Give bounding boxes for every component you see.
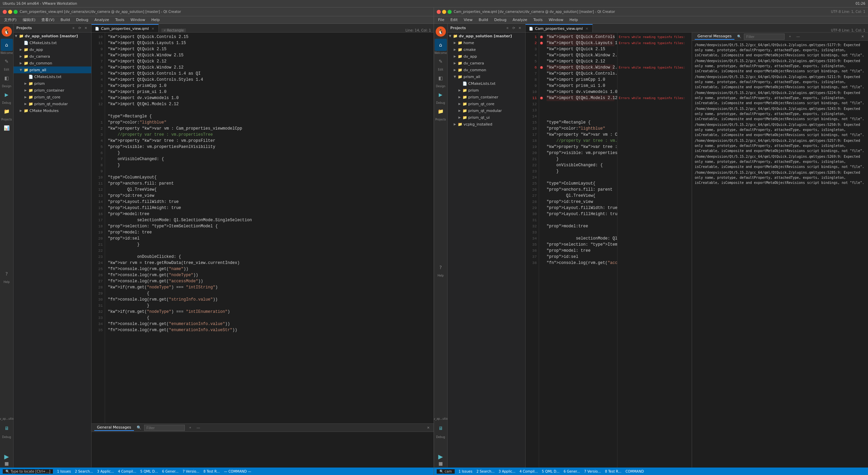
right-status-qmld[interactable]: 5 QML D... xyxy=(542,470,559,473)
status-search-input-left[interactable]: 🔍 Type to locate [Ctrl+…] xyxy=(3,469,53,474)
min-btn-right[interactable] xyxy=(442,10,446,14)
sync-btn-left[interactable]: ⟳ xyxy=(77,25,82,31)
filter-btn-right[interactable]: ≡ xyxy=(505,25,510,31)
close-panel-btn-left[interactable]: ✕ xyxy=(83,25,88,31)
menu-build-right[interactable]: Build xyxy=(476,17,491,23)
right-sidebar-icon-help[interactable]: ? xyxy=(435,261,447,273)
menu-view-left[interactable]: 查看(V) xyxy=(39,17,57,23)
right-tree-cmake[interactable]: ▶ 📁 cmake xyxy=(448,46,525,53)
close-btn[interactable] xyxy=(3,10,7,14)
run-icon-left[interactable]: ▶ xyxy=(4,453,9,460)
right-ubuntu-icon[interactable]: 🐧 xyxy=(436,26,446,37)
tree-item-cmakelists2[interactable]: 📄 CMakeLists.txt xyxy=(14,73,91,80)
stop-icon-left[interactable]: ■ xyxy=(4,461,9,466)
tree-item-prism-qt-core[interactable]: ▶ 📁 prism_qt_core xyxy=(14,94,91,100)
left-code-content[interactable]: "kw">import QtQuick.Controls 2.15"kw">im… xyxy=(105,33,434,423)
menu-view-right[interactable]: View xyxy=(461,17,475,23)
max-btn-right[interactable] xyxy=(448,10,452,14)
tree-item-prism-qt-modular[interactable]: ▶ 📁 prism_qt_modular xyxy=(14,100,91,107)
tree-item-dvcamera[interactable]: ▶ 📁 dv_camera xyxy=(14,53,91,60)
status-applic-left[interactable]: 3 Applic... xyxy=(97,470,114,473)
menu-debug-left[interactable]: Debug xyxy=(73,17,91,23)
status-search-input-right[interactable]: 🔍 cam xyxy=(437,469,455,474)
menu-help-left[interactable]: Help xyxy=(149,17,162,23)
right-status-search[interactable]: 2 Search... xyxy=(476,470,494,473)
right-tree-prismqtmodular[interactable]: ▶ 📁 prism_qt_modular xyxy=(448,107,525,114)
right-tree-prism[interactable]: ▶ 📁 prism xyxy=(448,87,525,94)
right-tree-vcpkg[interactable]: ▶ 📁 vcpkg_installed xyxy=(448,121,525,128)
close-msg-btn[interactable]: ✕ xyxy=(860,34,865,39)
sidebar-icon-edit[interactable]: ✎ xyxy=(1,55,13,68)
right-status-compil[interactable]: 4 Compil... xyxy=(519,470,538,473)
remove-bottom-btn-left[interactable]: — xyxy=(196,425,201,431)
sidebar-icon-help[interactable]: ? xyxy=(1,268,13,280)
left-window-controls[interactable] xyxy=(3,10,18,14)
sync-btn-right[interactable]: ⟳ xyxy=(511,25,516,31)
right-sidebar-icon-edit[interactable]: ✎ xyxy=(435,55,447,68)
right-tree-cmakelists[interactable]: 📄 CMakeLists.txt xyxy=(448,80,525,87)
right-tree-root[interactable]: ▼ 📁 dv_app_solution [master] xyxy=(448,33,525,39)
status-search-left[interactable]: 2 Search... xyxy=(75,470,93,473)
filter-input-left[interactable] xyxy=(144,425,185,431)
close-panel-btn-right[interactable]: ✕ xyxy=(517,25,522,31)
status-compil-left[interactable]: 4 Compil... xyxy=(118,470,136,473)
bottom-tab-general-left[interactable]: General Messages xyxy=(94,424,134,431)
remove-msg-btn[interactable]: — xyxy=(795,34,801,39)
tab-cam-properties-left[interactable]: 📄 Cam_properties_view.qml ✕ xyxy=(92,24,159,32)
min-btn[interactable] xyxy=(8,10,12,14)
sidebar-icon-welcome[interactable]: ⌂ xyxy=(1,39,13,51)
right-tree-dvcommon[interactable]: ▶ 📁 dv_common xyxy=(448,66,525,73)
tab-cam-properties-right[interactable]: 📄 Cam_properties_view.qml ✕ xyxy=(526,24,593,32)
right-status-testr[interactable]: 8 Test R... xyxy=(605,470,622,473)
menu-window-left[interactable]: Window xyxy=(128,17,148,23)
right-tree-prismqtcore[interactable]: ▶ 📁 prism_qt_core xyxy=(448,100,525,107)
right-sidebar-icon-debug[interactable]: ▶ xyxy=(435,89,447,101)
right-taskbar-debug-icon[interactable]: 🖥 xyxy=(435,422,447,434)
right-window-controls[interactable] xyxy=(437,10,452,14)
filter-btn-left[interactable]: ≡ xyxy=(71,25,76,31)
taskbar-debug-icon[interactable]: 🖥 xyxy=(1,422,13,434)
tree-item-prismall[interactable]: ▼ 📁 prism_all xyxy=(14,66,91,73)
menu-analyze-right[interactable]: Analyze xyxy=(510,17,530,23)
close-bottom-btn-left[interactable]: ✕ xyxy=(426,425,431,431)
status-issues-left[interactable]: 1 Issues xyxy=(57,470,71,473)
right-sidebar-icon-design[interactable]: ◧ xyxy=(435,72,447,84)
left-code-editor[interactable]: 1011987654321121234567891011121314151617… xyxy=(92,33,434,423)
tree-item-prism[interactable]: ▶ 📁 prism xyxy=(14,80,91,87)
menu-edit-right[interactable]: Edit xyxy=(448,17,460,23)
right-tree-prismqtui[interactable]: ▶ 📁 prism_qt_ui xyxy=(448,114,525,121)
menu-analyze-left[interactable]: Analyze xyxy=(92,17,112,23)
right-sidebar-icon-projects[interactable]: 📁 xyxy=(435,105,447,117)
status-testr-left[interactable]: 8 Test R... xyxy=(203,470,220,473)
status-versio-left[interactable]: 7 Versio... xyxy=(183,470,199,473)
tree-root-left[interactable]: ▼ 📁 dv_app_solution [master] xyxy=(14,33,91,39)
ubuntu-icon[interactable]: 🐧 xyxy=(2,26,12,37)
menu-tools-left[interactable]: Tools xyxy=(113,17,127,23)
sidebar-icon-projects[interactable]: 📁 xyxy=(1,105,13,117)
right-tree-prismcontainer[interactable]: ▶ 📁 prism_container xyxy=(448,94,525,100)
tree-item-dvcommon[interactable]: ▶ 📁 dv_common xyxy=(14,60,91,66)
tree-item-cmakelists-top[interactable]: 📄 CMakeLists.txt xyxy=(14,39,91,46)
bottom-tab-general-right[interactable]: General Messages xyxy=(695,33,734,40)
menu-tools-right[interactable]: Tools xyxy=(531,17,545,23)
right-sidebar-icon-welcome[interactable]: ⌂ xyxy=(435,39,447,51)
right-code-content[interactable]: "kw">import QtQuick.Controls 2.15"kw">im… xyxy=(544,33,617,468)
sidebar-icon-debug[interactable]: ▶ xyxy=(1,89,13,101)
right-tree-dvapp[interactable]: ▶ 📁 dv_app xyxy=(448,53,525,60)
add-msg-btn[interactable]: + xyxy=(787,34,793,39)
tree-item-dvapp[interactable]: ▶ 📁 dv_app xyxy=(14,46,91,53)
max-btn[interactable] xyxy=(14,10,18,14)
menu-window-right[interactable]: Window xyxy=(546,17,566,23)
right-code-editor[interactable]: 1234567891011121314151617181920212223242… xyxy=(526,33,692,468)
menu-edit-left[interactable]: 编辑(E) xyxy=(20,17,38,23)
menu-build-left[interactable]: Build xyxy=(58,17,73,23)
right-tree-dvcamera[interactable]: ▶ 📁 dv_camera xyxy=(448,60,525,66)
right-tree-home[interactable]: ▶ 📁 home xyxy=(448,39,525,46)
menu-debug-right[interactable]: Debug xyxy=(491,17,509,23)
tree-item-prism-container[interactable]: ▶ 📁 prism_container xyxy=(14,87,91,94)
tab-close-left[interactable]: ✕ xyxy=(151,26,155,31)
menu-file-right[interactable]: File xyxy=(435,17,447,23)
right-tree-prismall[interactable]: ▼ 📁 prism_all xyxy=(448,73,525,80)
right-status-issues[interactable]: 1 Issues xyxy=(459,470,473,473)
menu-file-left[interactable]: 文件(F) xyxy=(1,17,19,23)
